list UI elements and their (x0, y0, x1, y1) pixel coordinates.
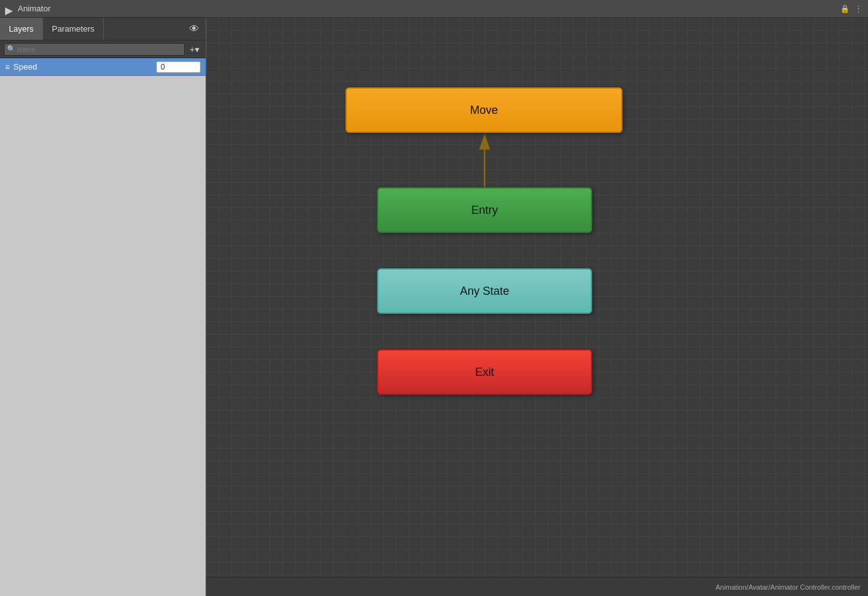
node-entry-label: Entry (471, 204, 498, 217)
menu-button[interactable]: ⋮ (854, 4, 863, 13)
animator-icon: ▶ (5, 4, 14, 13)
node-entry[interactable]: Entry (377, 187, 592, 233)
left-panel: Layers Parameters 👁 🔍 +▾ ≡ Speed (0, 18, 206, 596)
lock-button[interactable]: 🔒 (840, 4, 849, 13)
param-icon: ≡ (5, 63, 9, 71)
main-layout: Layers Parameters 👁 🔍 +▾ ≡ Speed (0, 18, 868, 596)
search-bar: 🔍 +▾ (0, 40, 206, 58)
canvas-area: Base Layer ❯ Auto Live Link (206, 18, 868, 596)
tab-layers[interactable]: Layers (0, 18, 43, 40)
content-area: Layers Parameters 👁 🔍 +▾ ≡ Speed (0, 18, 868, 596)
tab-parameters[interactable]: Parameters (43, 18, 104, 40)
param-name: Speed (13, 62, 156, 71)
window-title: Animator (18, 4, 51, 13)
status-bar: Animation/Avatar/Animator Controller.con… (206, 577, 868, 596)
grid-canvas[interactable]: Move Entry Any State Exit (206, 18, 868, 577)
left-tabs: Layers Parameters 👁 (0, 18, 206, 40)
param-value-input[interactable] (156, 61, 201, 73)
node-any-state-label: Any State (460, 285, 509, 298)
node-exit-label: Exit (475, 366, 494, 379)
title-bar: ▶ Animator 🔒 ⋮ (0, 0, 868, 18)
eye-icon-button[interactable]: 👁 (183, 18, 206, 40)
parameter-item-speed[interactable]: ≡ Speed (0, 58, 206, 76)
search-wrap: 🔍 (4, 43, 185, 56)
add-button[interactable]: +▾ (187, 44, 202, 54)
node-any-state[interactable]: Any State (377, 268, 592, 314)
status-path: Animation/Avatar/Animator Controller.con… (716, 583, 860, 591)
node-move-label: Move (470, 104, 498, 117)
node-exit[interactable]: Exit (377, 349, 592, 395)
node-move[interactable]: Move (345, 87, 623, 133)
search-input[interactable] (4, 43, 185, 56)
search-icon: 🔍 (7, 45, 16, 53)
title-bar-controls: 🔒 ⋮ (840, 4, 863, 13)
